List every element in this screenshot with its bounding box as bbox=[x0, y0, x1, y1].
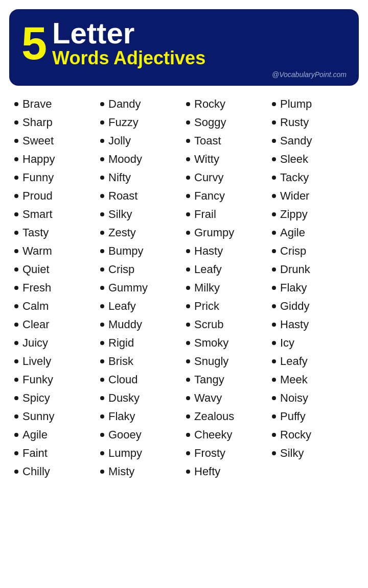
list-item: Prick bbox=[186, 297, 268, 315]
word-label: Frosty bbox=[194, 447, 225, 460]
word-label: Puffy bbox=[280, 410, 306, 423]
list-item: Leafy bbox=[272, 352, 354, 371]
watermark: @VocabularyPoint.com bbox=[21, 70, 347, 79]
list-item: Rocky bbox=[186, 95, 268, 113]
word-label: Spicy bbox=[22, 391, 50, 405]
bullet-icon bbox=[14, 451, 18, 455]
list-item: Sandy bbox=[272, 132, 354, 150]
list-item: Agile bbox=[272, 224, 354, 242]
word-label: Wavy bbox=[194, 391, 222, 405]
word-label: Smoky bbox=[194, 336, 228, 350]
bullet-icon bbox=[186, 212, 190, 216]
word-label: Tacky bbox=[280, 171, 309, 184]
bullet-icon bbox=[100, 231, 104, 235]
word-label: Milky bbox=[194, 281, 220, 295]
bullet-icon bbox=[272, 396, 276, 400]
list-item: Funny bbox=[14, 168, 96, 187]
word-label: Gummy bbox=[108, 281, 148, 295]
word-label: Witty bbox=[194, 153, 219, 166]
list-item: Rusty bbox=[272, 113, 354, 132]
bullet-icon bbox=[14, 378, 18, 382]
bullet-icon bbox=[186, 157, 190, 161]
list-item: Brave bbox=[14, 95, 96, 113]
list-item: Chilly bbox=[14, 462, 96, 481]
bullet-icon bbox=[272, 323, 276, 327]
bullet-icon bbox=[272, 139, 276, 143]
word-label: Flaky bbox=[280, 281, 307, 295]
bullet-icon bbox=[272, 231, 276, 235]
bullet-icon bbox=[272, 120, 276, 125]
bullet-icon bbox=[14, 323, 18, 327]
word-label: Calm bbox=[22, 300, 49, 313]
word-label: Silky bbox=[108, 208, 132, 221]
bullet-icon bbox=[14, 249, 18, 253]
word-label: Happy bbox=[22, 153, 55, 166]
word-label: Brave bbox=[22, 97, 52, 111]
list-item: Zippy bbox=[272, 205, 354, 224]
list-item: Sunny bbox=[14, 407, 96, 426]
bullet-icon bbox=[186, 359, 190, 363]
list-item: Bumpy bbox=[100, 242, 182, 260]
list-item: Frail bbox=[186, 205, 268, 224]
word-label: Gooey bbox=[108, 428, 142, 442]
bullet-icon bbox=[186, 249, 190, 253]
bullet-icon bbox=[100, 396, 104, 400]
bullet-icon bbox=[272, 102, 276, 106]
bullet-icon bbox=[186, 451, 190, 455]
list-item: Happy bbox=[14, 150, 96, 168]
list-item: Funky bbox=[14, 371, 96, 389]
word-label: Crisp bbox=[108, 263, 134, 276]
bullet-icon bbox=[14, 102, 18, 106]
list-item: Moody bbox=[100, 150, 182, 168]
word-label: Quiet bbox=[22, 263, 50, 276]
word-label: Cloud bbox=[108, 373, 137, 386]
list-item: Muddy bbox=[100, 315, 182, 334]
list-item: Fancy bbox=[186, 187, 268, 205]
bullet-icon bbox=[100, 451, 104, 455]
word-column-3: RockySoggyToastWittyCurvyFancyFrailGrump… bbox=[184, 95, 270, 481]
list-item: Grumpy bbox=[186, 224, 268, 242]
word-label: Muddy bbox=[108, 318, 142, 331]
bullet-icon bbox=[186, 341, 190, 345]
list-item: Milky bbox=[186, 279, 268, 297]
list-item: Warm bbox=[14, 242, 96, 260]
word-label: Silky bbox=[280, 447, 304, 460]
word-label: Proud bbox=[22, 189, 53, 203]
list-item: Crisp bbox=[100, 260, 182, 279]
word-label: Plump bbox=[280, 97, 312, 111]
list-item: Leafy bbox=[186, 260, 268, 279]
word-label: Nifty bbox=[108, 171, 131, 184]
bullet-icon bbox=[100, 323, 104, 327]
list-item: Faint bbox=[14, 444, 96, 462]
list-item: Smoky bbox=[186, 334, 268, 352]
word-label: Leafy bbox=[280, 355, 308, 368]
bullet-icon bbox=[14, 286, 18, 290]
word-label: Flaky bbox=[108, 410, 135, 423]
list-item: Rigid bbox=[100, 334, 182, 352]
list-item: Nifty bbox=[100, 168, 182, 187]
word-label: Scrub bbox=[194, 318, 223, 331]
list-item: Flaky bbox=[100, 407, 182, 426]
bullet-icon bbox=[186, 286, 190, 290]
bullet-icon bbox=[100, 120, 104, 125]
bullet-icon bbox=[100, 341, 104, 345]
bullet-icon bbox=[100, 359, 104, 363]
word-label: Agile bbox=[22, 428, 48, 442]
word-label: Fancy bbox=[194, 189, 225, 203]
word-label: Smart bbox=[22, 208, 53, 221]
bullet-icon bbox=[186, 414, 190, 419]
word-label: Curvy bbox=[194, 171, 223, 184]
word-label: Warm bbox=[22, 244, 52, 258]
word-label: Leafy bbox=[194, 263, 222, 276]
bullet-icon bbox=[186, 139, 190, 143]
bullet-icon bbox=[14, 470, 18, 474]
list-item: Quiet bbox=[14, 260, 96, 279]
list-item: Tasty bbox=[14, 224, 96, 242]
bullet-icon bbox=[186, 194, 190, 198]
bullet-icon bbox=[272, 212, 276, 216]
bullet-icon bbox=[100, 139, 104, 143]
word-label: Sandy bbox=[280, 134, 312, 148]
bullet-icon bbox=[100, 414, 104, 419]
list-item: Witty bbox=[186, 150, 268, 168]
bullet-icon bbox=[186, 102, 190, 106]
